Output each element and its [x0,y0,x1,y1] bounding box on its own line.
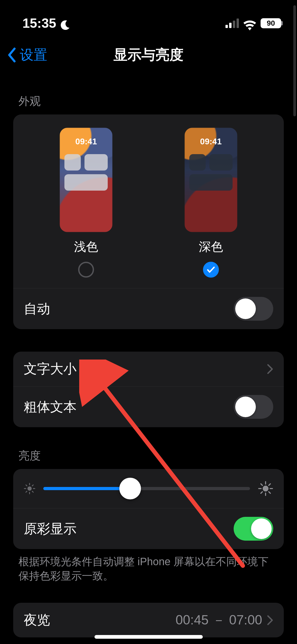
svg-point-9 [263,486,268,491]
section-header-appearance: 外观 [13,73,284,114]
true-tone-label: 原彩显示 [24,520,77,538]
svg-line-6 [32,491,33,492]
preview-time: 09:41 [60,137,112,146]
text-card: 文字大小 粗体文本 [13,352,284,427]
night-shift-row[interactable]: 夜览 00:45 － 07:00 [13,603,284,637]
chevron-left-icon [7,47,17,63]
chevron-right-icon [267,364,273,374]
auto-label: 自动 [24,300,50,318]
do-not-disturb-icon [60,18,70,29]
svg-line-15 [269,492,270,493]
content: 外观 09:41 浅色 09:41 [0,73,297,637]
svg-line-8 [32,485,33,486]
text-size-row[interactable]: 文字大小 [13,352,284,386]
cellular-signal-icon [225,19,239,28]
light-preview-icon: 09:41 [60,128,112,232]
status-time: 15:35 [22,16,56,31]
light-label: 浅色 [74,239,98,255]
sun-max-icon [258,481,273,496]
wifi-icon [243,18,256,28]
battery-indicator: 90 [261,18,281,28]
navigation-bar: 设置 显示与亮度 [0,37,297,73]
auto-appearance-row: 自动 [13,288,284,329]
status-left: 15:35 [22,16,70,31]
back-button[interactable]: 设置 [7,37,47,73]
svg-line-14 [261,484,262,485]
bold-text-row: 粗体文本 [13,386,284,427]
battery-percentage: 90 [267,19,275,27]
svg-point-0 [27,486,32,491]
auto-appearance-toggle[interactable] [234,297,273,321]
night-shift-label: 夜览 [24,611,50,629]
status-right: 90 [225,18,281,28]
dark-label: 深色 [199,239,223,255]
home-indicator [95,635,203,639]
dark-preview-icon: 09:41 [185,128,237,232]
chevron-right-icon [267,615,273,625]
text-size-label: 文字大小 [24,360,77,378]
brightness-slider[interactable] [43,487,250,490]
checkmark-icon [206,265,215,274]
true-tone-row: 原彩显示 [13,508,284,549]
true-tone-footer: 根据环境光条件自动调整 iPhone 屏幕以在不同环境下保持色彩显示一致。 [13,549,284,583]
appearance-grid: 09:41 浅色 09:41 深 [13,114,284,288]
back-label: 设置 [20,46,47,64]
svg-line-17 [269,484,270,485]
scroll-edge-indicator [293,5,296,116]
sun-min-icon [24,483,35,494]
light-radio[interactable] [78,262,94,278]
brightness-slider-row [13,469,284,508]
appearance-option-light[interactable]: 09:41 浅色 [60,128,112,278]
svg-line-5 [26,485,27,486]
bold-text-toggle[interactable] [234,395,273,419]
status-bar: 15:35 90 [0,0,297,37]
svg-line-7 [26,491,27,492]
brightness-slider-thumb[interactable] [119,478,141,499]
preview-time: 09:41 [185,137,237,146]
night-shift-card: 夜览 00:45 － 07:00 [13,603,284,637]
dark-radio[interactable] [203,262,219,278]
appearance-card: 09:41 浅色 09:41 深 [13,114,284,329]
appearance-option-dark[interactable]: 09:41 深色 [185,128,237,278]
bold-text-label: 粗体文本 [24,398,77,416]
true-tone-toggle[interactable] [234,517,273,541]
brightness-card: 原彩显示 [13,469,284,549]
page-title: 显示与亮度 [114,45,183,65]
night-shift-schedule: 00:45 － 07:00 [176,611,262,629]
section-header-brightness: 亮度 [13,427,284,469]
svg-line-16 [261,492,262,493]
